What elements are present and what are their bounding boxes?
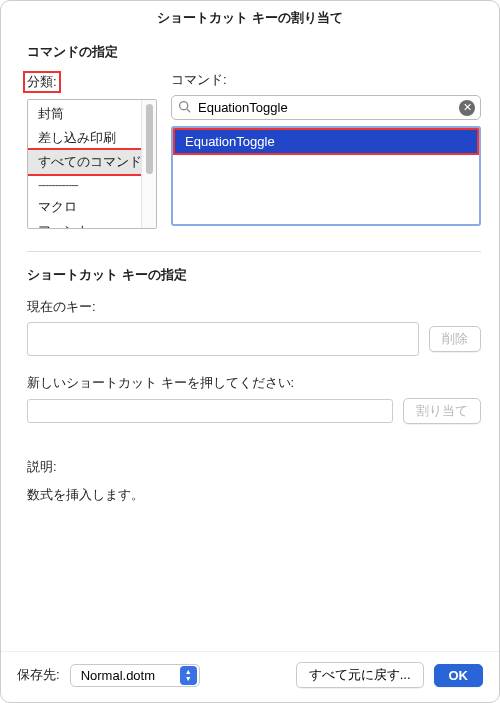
shortcut-section-label: ショートカット キーの指定 xyxy=(27,266,481,284)
assign-button[interactable]: 割り当て xyxy=(403,398,481,424)
current-keys-row: 削除 xyxy=(27,322,481,356)
category-selected-highlight: すべてのコマンド xyxy=(28,148,141,176)
new-key-field[interactable] xyxy=(27,399,393,423)
list-item[interactable]: マクロ xyxy=(28,195,141,219)
svg-line-1 xyxy=(187,108,190,111)
command-search-input[interactable] xyxy=(171,95,481,120)
separator xyxy=(27,251,481,252)
scrollbar-thumb[interactable] xyxy=(146,104,153,174)
new-key-label: 新しいショートカット キーを押してください: xyxy=(27,374,481,392)
list-item[interactable]: 差し込み印刷 xyxy=(28,126,141,150)
dialog-window: ショートカット キーの割り当て コマンドの指定 分類: 封筒 差し込み印刷 すべ… xyxy=(0,0,500,703)
footer: 保存先: Normal.dotm ▲▼ すべて元に戻す... OK xyxy=(1,651,499,702)
command-item-selected[interactable]: EquationToggle xyxy=(175,130,477,153)
current-keys-field[interactable] xyxy=(27,322,419,356)
save-to-select[interactable]: Normal.dotm xyxy=(70,664,200,687)
dialog-content: コマンドの指定 分類: 封筒 差し込み印刷 すべてのコマンド ---------… xyxy=(1,33,499,651)
list-item-selected[interactable]: すべてのコマンド xyxy=(28,150,141,174)
ok-button[interactable]: OK xyxy=(434,664,484,687)
scrollbar[interactable] xyxy=(141,100,156,228)
command-label: コマンド: xyxy=(171,71,481,89)
category-label: 分類: xyxy=(27,71,157,93)
save-to-label: 保存先: xyxy=(17,666,60,684)
command-column: コマンド: ✕ EquationToggle xyxy=(171,71,481,229)
category-list-inner: 封筒 差し込み印刷 すべてのコマンド ------------ マクロ フォント… xyxy=(28,100,141,228)
description-label: 説明: xyxy=(27,458,481,476)
description-text: 数式を挿入します。 xyxy=(27,486,481,504)
command-selected-highlight: EquationToggle xyxy=(173,128,479,155)
search-wrap: ✕ xyxy=(171,95,481,120)
clear-icon[interactable]: ✕ xyxy=(459,100,475,116)
category-label-highlight: 分類: xyxy=(23,71,61,93)
command-listbox[interactable]: EquationToggle xyxy=(171,126,481,226)
category-listbox[interactable]: 封筒 差し込み印刷 すべてのコマンド ------------ マクロ フォント… xyxy=(27,99,157,229)
reset-all-button[interactable]: すべて元に戻す... xyxy=(296,662,424,688)
search-icon xyxy=(178,100,191,116)
save-to-select-wrap: Normal.dotm ▲▼ xyxy=(70,664,200,687)
new-key-row: 割り当て xyxy=(27,398,481,424)
current-keys-label: 現在のキー: xyxy=(27,298,481,316)
description-block: 説明: 数式を挿入します。 xyxy=(27,458,481,504)
svg-point-0 xyxy=(180,101,188,109)
upper-panel: 分類: 封筒 差し込み印刷 すべてのコマンド ------------ マクロ … xyxy=(27,71,481,229)
window-title: ショートカット キーの割り当て xyxy=(1,1,499,33)
list-separator: ------------ xyxy=(28,174,141,195)
delete-button[interactable]: 削除 xyxy=(429,326,481,352)
list-item[interactable]: 封筒 xyxy=(28,102,141,126)
category-column: 分類: 封筒 差し込み印刷 すべてのコマンド ------------ マクロ … xyxy=(27,71,157,229)
command-section-label: コマンドの指定 xyxy=(27,43,481,61)
list-item[interactable]: フォント xyxy=(28,219,141,228)
